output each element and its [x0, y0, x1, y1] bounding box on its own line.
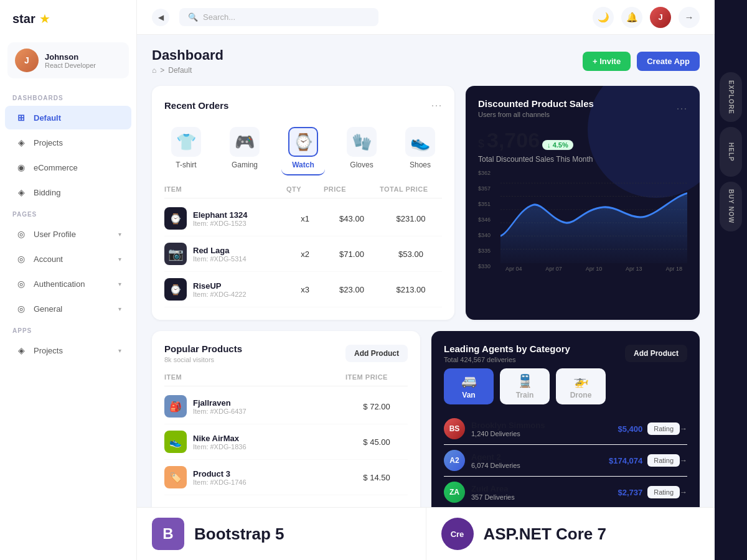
add-product-button[interactable]: Add Product — [345, 345, 408, 362]
category-tabs: 🚐 Van 🚆 Train 🚁 Drone — [444, 368, 687, 404]
buy-now-button[interactable]: Buy now — [720, 182, 742, 231]
recent-orders-title: Recent Orders — [164, 100, 228, 111]
popular-products-card: Popular Products 8k social visitors Add … — [152, 331, 420, 507]
card-menu-icon[interactable]: ⋯ — [676, 101, 687, 115]
product-name: Product 3 — [193, 469, 247, 478]
search-bar[interactable]: 🔍 Search... — [179, 8, 378, 26]
sidebar-item-general[interactable]: ◎ General ▾ — [5, 297, 131, 320]
item-info: ⌚ Elephant 1324 Item: #XDG-1523 — [164, 207, 286, 230]
agent-stats: $5,400 Rating → — [618, 422, 687, 435]
agent-name: Brooklyn Simmons — [471, 421, 545, 430]
page-content: Dashboard ⌂ > Default + Invite Create Ap… — [137, 35, 715, 507]
arrow-right-icon[interactable]: → — [680, 488, 687, 497]
col-total: TOTAL PRICE — [380, 185, 442, 193]
arrow-right-icon[interactable]: → — [680, 424, 687, 433]
products-title: Popular Products — [164, 343, 242, 354]
col-qty: QTY — [286, 185, 324, 193]
sidebar-item-label: User Profile — [34, 230, 76, 239]
theme-toggle-button[interactable]: 🌙 — [593, 7, 614, 28]
user-card[interactable]: J Johnson React Developer — [7, 42, 129, 78]
recent-orders-card: Recent Orders ⋯ 👕 T-shirt 🎮 Gaming ⌚ Wat… — [152, 86, 454, 320]
qty-cell: x2 — [286, 250, 324, 259]
tab-gloves[interactable]: 🧤 Gloves — [340, 122, 383, 175]
sidebar-item-authentication[interactable]: ◎ Authentication ▾ — [5, 272, 131, 296]
sales-chart: $362$357$351$346$340$335$330 — [478, 170, 687, 269]
topbar-avatar[interactable]: J — [650, 7, 671, 28]
agents-add-product-button[interactable]: Add Product — [625, 345, 687, 362]
cat-tab-drone[interactable]: 🚁 Drone — [556, 368, 606, 404]
agent-info: BS Brooklyn Simmons 1,240 Deliveries — [444, 418, 545, 439]
cat-tab-van[interactable]: 🚐 Van — [444, 368, 494, 404]
account-icon: ◎ — [15, 253, 27, 265]
chevron-down-icon: ▾ — [118, 281, 121, 287]
aspnet-icon: Cre — [441, 518, 474, 550]
card-menu-icon[interactable]: ⋯ — [431, 98, 442, 112]
agents-subtitle: Total 424,567 deliveries — [444, 356, 570, 363]
chevron-down-icon: ▾ — [118, 231, 121, 238]
bootstrap-promo[interactable]: B Bootstrap 5 — [137, 508, 426, 560]
item-thumbnail: ⌚ — [164, 278, 187, 301]
logo: star★ — [0, 0, 136, 37]
product-thumbnail: 🏷️ — [164, 466, 187, 488]
table-row: ⌚ RiseUP Item: #XDG-4222 x3 $23.00 $213.… — [164, 272, 442, 307]
total-cell: $231.00 — [380, 214, 442, 223]
sidebar-item-projects[interactable]: ◈ Projects — [5, 131, 131, 154]
sidebar-item-ecommerce[interactable]: ◉ eCommerce — [5, 156, 131, 179]
notifications-button[interactable]: 🔔 — [621, 7, 642, 28]
rating-button[interactable]: Rating — [647, 422, 680, 435]
sidebar-item-default[interactable]: ⊞ Default — [5, 106, 131, 129]
agent-stats: $2,737 Rating → — [618, 486, 687, 498]
bootstrap-icon: B — [152, 518, 184, 550]
help-button[interactable]: Help — [720, 127, 742, 177]
auth-icon: ◎ — [15, 278, 27, 290]
sidebar-item-user-profile[interactable]: ◎ User Profile ▾ — [5, 222, 131, 246]
promo-bar: B Bootstrap 5 Cre ASP.NET Core 7 — [137, 507, 715, 560]
sidebar-item-projects-app[interactable]: ◈ Projects ▾ — [5, 338, 131, 362]
rating-button[interactable]: Rating — [647, 454, 680, 467]
aspnet-promo[interactable]: Cre ASP.NET Core 7 — [426, 508, 715, 560]
tab-tshirt[interactable]: 👕 T-shirt — [164, 122, 208, 175]
chart-canvas — [500, 170, 687, 263]
arrow-right-icon[interactable]: → — [680, 456, 687, 465]
item-name: Red Laga — [193, 246, 247, 255]
invite-button[interactable]: + Invite — [583, 52, 631, 71]
agent-row: BS Brooklyn Simmons 1,240 Deliveries $5,… — [444, 413, 687, 445]
agent-name: Agent 2 — [471, 452, 520, 462]
sidebar-item-account[interactable]: ◎ Account ▾ — [5, 247, 131, 271]
main-row-1: Recent Orders ⋯ 👕 T-shirt 🎮 Gaming ⌚ Wat… — [152, 86, 700, 320]
tab-watch[interactable]: ⌚ Watch — [281, 122, 325, 175]
agent-avatar: A2 — [444, 450, 465, 471]
sidebar-item-label: Authentication — [34, 279, 85, 289]
apps-section-label: APPS — [0, 321, 136, 338]
arrow-right-icon[interactable]: → — [679, 7, 700, 28]
agent-earnings: $2,737 — [618, 488, 642, 497]
main-row-2: Popular Products 8k social visitors Add … — [152, 331, 700, 507]
rating-button[interactable]: Rating — [647, 486, 680, 498]
products-card-header: Popular Products 8k social visitors Add … — [164, 343, 408, 363]
tab-shoes[interactable]: 👟 Shoes — [398, 122, 442, 175]
total-cell: $53.00 — [380, 250, 442, 259]
agents-title-section: Leading Agents by Category Total 424,567… — [444, 343, 570, 363]
line-chart-svg — [500, 170, 687, 263]
sidebar-toggle-button[interactable]: ◀ — [152, 9, 169, 26]
chart-x-labels: Apr 04Apr 07Apr 10Apr 13Apr 18 — [500, 266, 687, 272]
main-content: ◀ 🔍 Search... 🌙 🔔 J → Dashboard ⌂ > Defa… — [137, 0, 715, 560]
right-sidebar: Explore Help Buy now — [715, 0, 747, 560]
cat-tab-train[interactable]: 🚆 Train — [500, 368, 550, 404]
user-info: Johnson React Developer — [45, 52, 96, 69]
item-id: Item: #XDG-5314 — [193, 255, 247, 263]
product-row: 🎒 Fjallraven Item: #XDG-6437 $ 72.00 — [164, 389, 408, 424]
agent-earnings: $5,400 — [618, 424, 642, 434]
col-item: ITEM — [164, 373, 345, 381]
user-name: Johnson — [45, 52, 96, 62]
create-app-button[interactable]: Create App — [637, 52, 700, 71]
explore-button[interactable]: Explore — [720, 72, 742, 122]
sidebar-item-label: eCommerce — [34, 163, 78, 172]
sidebar-item-bidding[interactable]: ◈ Bidding — [5, 180, 131, 204]
price-cell: $43.00 — [324, 214, 380, 223]
price-cell: $ 45.00 — [345, 437, 408, 447]
product-info: 👟 Nike AirMax Item: #XDG-1836 — [164, 431, 345, 453]
sales-description: Total Discounted Sales This Month — [478, 155, 687, 164]
tab-gaming[interactable]: 🎮 Gaming — [223, 122, 266, 175]
sales-title-section: Discounted Product Sales Users from all … — [478, 98, 594, 118]
